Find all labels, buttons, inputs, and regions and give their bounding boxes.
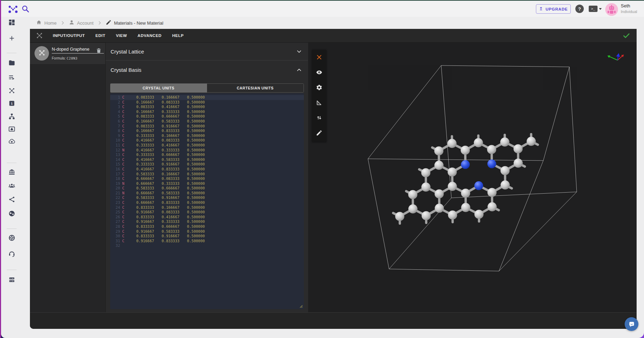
editor-line[interactable]: 21N0.6666670.5833330.500000 [110,191,304,196]
atom-C[interactable] [500,166,509,175]
sidebar-item-atoms[interactable] [7,87,16,96]
resize-grip-icon[interactable] [299,304,303,308]
atom-N[interactable] [461,160,470,169]
atom-C[interactable] [408,204,418,213]
atom-C[interactable] [461,203,470,212]
editor-line[interactable]: 3C0.0833330.4166670.500000 [110,105,304,109]
atom-C[interactable] [487,188,496,197]
editor-line[interactable]: 24C0.8333330.1666670.500000 [110,205,304,210]
editor-line[interactable]: 20C0.5833330.6666670.500000 [110,186,304,191]
atom-C[interactable] [513,144,523,154]
editor-line[interactable]: 25C0.9166670.0833330.500000 [110,210,304,215]
editor-line[interactable]: 12N0.4166670.3333330.500000 [110,148,304,153]
editor-line[interactable]: 4C0.1666670.3333330.500000 [110,109,304,114]
sidebar-item-add[interactable] [7,34,16,43]
viewer-tool-gear[interactable] [312,81,326,96]
atom-C[interactable] [514,158,523,168]
editor-line[interactable]: 30C0.8333330.9166670.500000 [110,234,304,239]
atom-C[interactable] [434,161,444,170]
atom-C[interactable] [421,168,430,177]
user-avatar[interactable] [605,3,618,16]
chevron-up-icon[interactable] [296,67,302,73]
save-check-icon[interactable] [623,32,630,39]
editor-line[interactable]: 26C0.8333330.4166670.500000 [110,215,304,220]
menu-help[interactable]: HELP [167,29,189,43]
viewer-tool-sort[interactable] [312,111,326,126]
viewer-tool-pencil[interactable] [312,126,326,141]
editor-line[interactable]: 10C0.4166670.0833330.500000 [110,138,304,143]
editor-line[interactable]: 9C0.3333330.1666670.500000 [110,133,304,138]
atom-C[interactable] [408,190,417,199]
viewer-tool-eye[interactable] [312,65,326,81]
atom-N[interactable] [487,159,496,168]
sidebar-item-unit-one[interactable]: 1 [7,99,16,108]
editor-line[interactable]: 32 [110,243,304,248]
editor-line[interactable]: 5C0.0833330.6666670.500000 [110,114,304,119]
menu-advanced[interactable]: ADVANCED [132,29,167,43]
atom-C[interactable] [448,139,457,148]
menu-view[interactable]: VIEW [111,29,132,43]
editor-line[interactable]: 16C0.4166670.8333330.500000 [110,167,304,172]
sidebar-item-folder[interactable] [7,59,16,68]
atom-C[interactable] [435,204,444,213]
search-icon[interactable] [21,4,30,13]
sidebar-item-dashboard[interactable] [7,18,16,27]
editor-line[interactable]: 1C0.0833330.1666670.500000 [110,95,304,100]
atom-C[interactable] [488,202,497,211]
atom-C[interactable] [474,210,483,219]
sidebar-item-jobs[interactable] [7,73,16,82]
editor-line[interactable]: 29C0.9166670.5833330.500000 [110,229,304,234]
structure-3d-canvas[interactable] [308,43,637,312]
atom-C[interactable] [421,211,431,220]
editor-line[interactable]: 17C0.5833330.1666670.500000 [110,172,304,177]
menu-edit[interactable]: EDIT [90,29,111,43]
atom-C[interactable] [434,189,444,199]
atom-C[interactable] [500,137,509,146]
editor-line[interactable]: 18C0.6666670.0833330.500000 [110,176,304,181]
console-menu-button[interactable]: >_ [589,6,602,12]
atom-C[interactable] [487,145,496,154]
sidebar-item-share[interactable] [7,195,16,205]
viewer-tool-close[interactable] [312,50,326,65]
viewer-tool-measure[interactable] [312,96,326,111]
tab-cartesian-units[interactable]: CARTESIAN UNITS [207,83,304,93]
atom-C[interactable] [461,189,470,198]
editor-line[interactable]: 31C0.9166670.8333330.500000 [110,239,304,244]
crystal-basis-section-header[interactable]: Crystal Basis [106,61,308,79]
editor-line[interactable]: 23C0.6666670.8333330.500000 [110,200,304,205]
sidebar-item-support[interactable] [7,234,16,243]
editor-line[interactable]: 19N0.6666670.3333330.500000 [110,181,304,186]
editor-line[interactable]: 14C0.4166670.5833330.500000 [110,157,304,162]
editor-line[interactable]: 8C0.1666670.8333330.500000 [110,129,304,133]
upgrade-button[interactable]: UPGRADE [536,4,571,14]
editor-line[interactable]: 7C0.0833330.9166670.500000 [110,124,304,129]
atom-C[interactable] [395,212,404,221]
sidebar-item-servers[interactable] [7,276,16,285]
atom-C[interactable] [448,211,457,220]
editor-line[interactable]: 11C0.3333330.4166670.500000 [110,143,304,148]
basis-coordinates-editor[interactable]: 1C0.0833330.1666670.5000002C0.1666670.08… [110,93,304,309]
delete-material-button[interactable] [96,48,102,54]
editor-line[interactable]: 13C0.3333330.6666670.500000 [110,152,304,157]
sidebar-item-globe[interactable] [7,209,16,219]
atom-C[interactable] [501,180,510,189]
breadcrumb-item-home[interactable]: Home [36,19,57,26]
editor-line[interactable]: 28C0.8333330.6666670.500000 [110,224,304,229]
sidebar-item-image[interactable] [7,125,16,134]
atom-C[interactable] [461,146,470,155]
atom-N[interactable] [474,181,483,190]
menu-input-output[interactable]: INPUT/OUTPUT [48,29,90,43]
editor-line[interactable]: 15C0.3333330.9166670.500000 [110,162,304,167]
chat-launcher-button[interactable] [625,317,638,331]
sidebar-item-headset[interactable] [7,250,16,259]
sidebar-item-workflow[interactable] [7,112,16,121]
help-button[interactable]: ? [575,5,584,13]
editor-line[interactable]: 27C0.9166670.3333330.500000 [110,219,304,224]
crystal-lattice-section-header[interactable]: Crystal Lattice [106,43,308,61]
editor-line[interactable]: 22C0.5833330.9166670.500000 [110,195,304,200]
tab-crystal-units[interactable]: CRYSTAL UNITS [110,83,207,93]
material-list-item[interactable]: N-doped Graphene Formula: C28N3 [30,43,105,64]
mat3ra-logo-icon[interactable] [8,4,18,14]
atom-C[interactable] [448,182,457,191]
atom-C[interactable] [434,146,443,156]
